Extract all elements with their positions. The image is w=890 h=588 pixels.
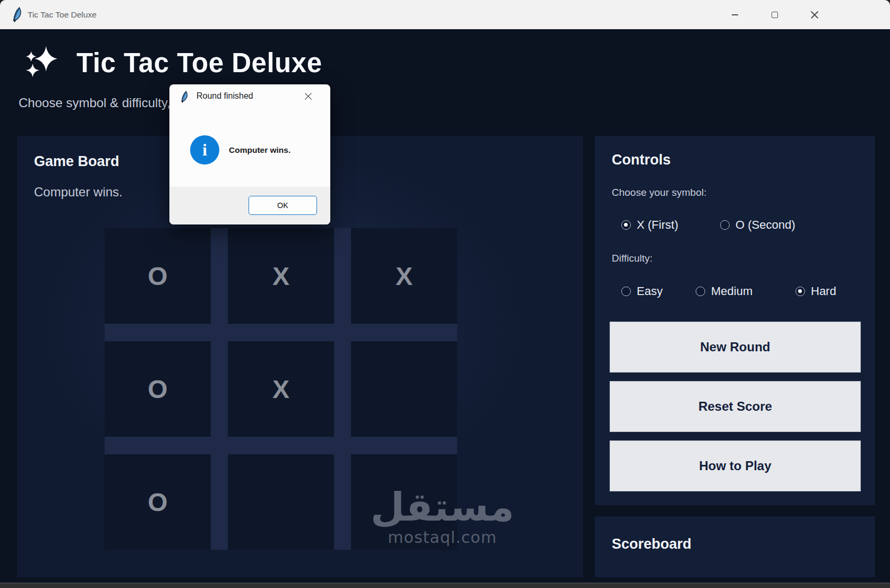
radio-easy-label: Easy: [637, 284, 663, 298]
sparkles-icon: [25, 45, 58, 81]
radio-option-hard[interactable]: Hard: [795, 284, 836, 298]
watermark: مستقل mostaql.com: [352, 487, 533, 547]
radio-easy-icon: [621, 287, 631, 296]
controls-heading: Controls: [612, 152, 671, 168]
dialog-titlebar: Round finished: [169, 84, 330, 109]
new-round-button[interactable]: New Round: [610, 322, 861, 373]
window-title: Tic Tac Toe Deluxe: [28, 0, 97, 29]
radio-option-easy[interactable]: Easy: [621, 284, 663, 298]
radio-hard-icon: [795, 287, 805, 296]
radio-option-x-first[interactable]: X (First): [621, 218, 678, 232]
dialog-message: Computer wins.: [229, 145, 290, 155]
info-icon: i: [190, 135, 219, 165]
app-window: Tic Tac Toe Deluxe Tic Tac Toe Deluxe Ch…: [0, 0, 890, 588]
board-status: Computer wins.: [34, 185, 123, 200]
feather-app-icon: [12, 7, 22, 22]
controls-panel: Controls Choose your symbol: X (First) O…: [595, 136, 875, 505]
board-cell-3[interactable]: O: [105, 341, 211, 437]
radio-option-medium[interactable]: Medium: [696, 284, 752, 298]
radio-option-o-second[interactable]: O (Second): [720, 218, 795, 232]
watermark-latin: mostaql.com: [352, 528, 533, 547]
difficulty-group-label: Difficulty:: [612, 253, 653, 264]
close-icon: [810, 11, 819, 19]
round-finished-dialog: Round finished i Computer wins. OK: [169, 84, 330, 224]
board-cell-7[interactable]: [228, 454, 334, 550]
symbol-group-label: Choose your symbol:: [612, 187, 706, 198]
dialog-close-icon: [304, 93, 312, 101]
window-titlebar: Tic Tac Toe Deluxe: [0, 0, 890, 29]
board-cell-2[interactable]: X: [351, 228, 457, 324]
dialog-title: Round finished: [196, 91, 253, 101]
minimize-button[interactable]: [723, 5, 747, 24]
maximize-button[interactable]: [763, 5, 787, 24]
board-cell-4[interactable]: X: [228, 341, 334, 437]
reset-score-button[interactable]: Reset Score: [610, 381, 861, 432]
maximize-icon: [772, 12, 778, 18]
scoreboard-panel: Scoreboard: [595, 516, 875, 577]
dialog-close-button[interactable]: [302, 90, 314, 103]
radio-medium-label: Medium: [711, 284, 752, 298]
board-cell-0[interactable]: O: [105, 228, 211, 324]
board-cell-6[interactable]: O: [105, 454, 211, 550]
desktop-edge-strip: [0, 583, 890, 588]
page-title: Tic Tac Toe Deluxe: [76, 47, 322, 79]
dialog-footer: OK: [169, 187, 330, 224]
radio-medium-icon: [696, 287, 705, 296]
ok-button[interactable]: OK: [249, 196, 317, 215]
close-button[interactable]: [802, 5, 827, 24]
radio-o-second-label: O (Second): [735, 218, 795, 232]
radio-o-second-icon: [720, 220, 730, 230]
board-cell-1[interactable]: X: [228, 228, 334, 324]
radio-hard-label: Hard: [811, 284, 836, 298]
board-heading: Game Board: [34, 153, 119, 170]
board-cell-5[interactable]: [351, 341, 457, 437]
how-to-play-button[interactable]: How to Play: [610, 440, 861, 491]
dialog-feather-icon: [181, 91, 189, 103]
minimize-icon: [732, 14, 738, 15]
watermark-arabic: مستقل: [352, 487, 533, 528]
radio-x-first-icon: [621, 220, 631, 230]
scoreboard-heading: Scoreboard: [612, 536, 691, 552]
radio-x-first-label: X (First): [637, 218, 678, 232]
app-content: Tic Tac Toe Deluxe Choose symbol & diffi…: [0, 29, 890, 583]
